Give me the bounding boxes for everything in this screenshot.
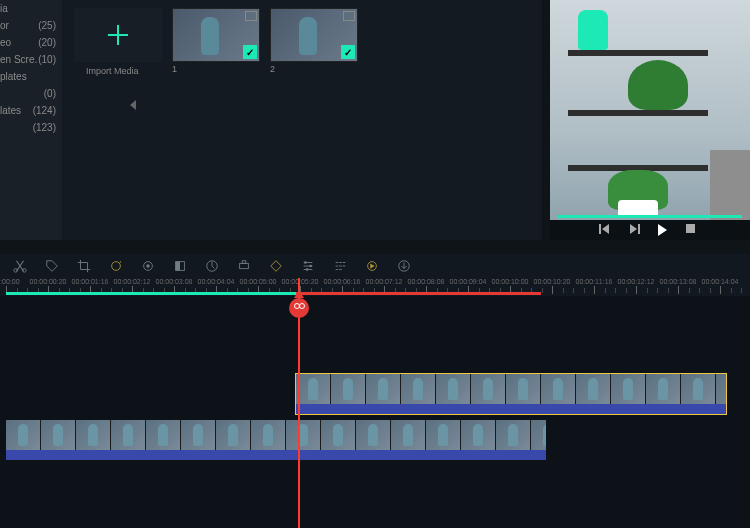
clip-frame (251, 420, 286, 450)
media-thumbnail[interactable]: ✓ (172, 8, 260, 62)
thumbnail-label: 2 (270, 64, 358, 74)
prev-frame-button[interactable] (602, 224, 614, 236)
clip-frame (321, 420, 356, 450)
media-thumbnail[interactable]: ✓ (270, 8, 358, 62)
clip-frame (506, 374, 541, 404)
video-track-1[interactable]: ▶ 1 (0, 420, 750, 464)
rotate-icon[interactable] (108, 258, 124, 274)
svg-point-10 (304, 261, 307, 264)
ruler-label: 00:00:00 (0, 278, 20, 285)
timeline-toolbar (0, 254, 750, 278)
svg-point-11 (309, 265, 312, 268)
sidebar-item[interactable]: (123) (0, 119, 62, 136)
clip-frame (436, 374, 471, 404)
stop-button[interactable] (686, 224, 698, 236)
ruler-label: 00:00:09:04 (450, 278, 487, 285)
media-panel: Import Media ✓ 1 ✓ 2 (62, 0, 542, 240)
sidebar-item[interactable]: eo(20) (0, 34, 62, 51)
timeline-clip[interactable]: ▶ 2 (296, 374, 726, 414)
play-button[interactable] (658, 224, 670, 236)
svg-rect-8 (240, 263, 249, 268)
in-range-marker[interactable] (6, 292, 296, 295)
ruler-label: 00:00:06:16 (324, 278, 361, 285)
thumbnail-label: 1 (172, 64, 260, 74)
clip-frame (716, 374, 726, 404)
clip-frame (356, 420, 391, 450)
sidebar-item[interactable]: ia (0, 0, 62, 17)
clip-frame (296, 374, 331, 404)
clip-frame (471, 374, 506, 404)
sidebar-item[interactable]: (0) (0, 85, 62, 102)
clip-frame (541, 374, 576, 404)
ruler-label: 00:00:07:12 (366, 278, 403, 285)
preview-panel (550, 0, 750, 240)
ruler-label: 00:00:02:12 (114, 278, 151, 285)
clip-frame (611, 374, 646, 404)
sidebar-item[interactable]: or(25) (0, 17, 62, 34)
sidebar-item[interactable]: lates(124) (0, 102, 62, 119)
export-icon[interactable] (396, 258, 412, 274)
marker-icon[interactable] (268, 258, 284, 274)
render-icon[interactable] (364, 258, 380, 274)
sidebar-item[interactable]: plates (0, 68, 62, 85)
check-icon: ✓ (243, 45, 257, 59)
import-media-button[interactable] (74, 8, 162, 62)
color-icon[interactable] (172, 258, 188, 274)
playback-controls (550, 220, 750, 240)
clip-frame (681, 374, 716, 404)
ruler-label: 00:00:11:16 (576, 278, 613, 285)
clip-frame (146, 420, 181, 450)
ruler-label: 00:00:08:08 (408, 278, 445, 285)
chroma-icon[interactable] (332, 258, 348, 274)
collapse-chevron-icon[interactable] (130, 100, 138, 112)
timeline-area[interactable]: ▶ 2 ▶ 1 (0, 296, 750, 528)
ruler-label: 00:00:12:12 (618, 278, 655, 285)
clip-frame (401, 374, 436, 404)
clip-frame (6, 420, 41, 450)
ruler-label: 00:00:01:16 (72, 278, 109, 285)
plus-icon (108, 25, 128, 45)
ruler-label: 00:00:14:04 (702, 278, 739, 285)
ruler-label: 00:00:13:08 (660, 278, 697, 285)
playhead[interactable] (298, 278, 300, 528)
speed-icon[interactable] (204, 258, 220, 274)
ruler-label: 00:00:04:04 (198, 278, 235, 285)
svg-rect-9 (242, 261, 246, 264)
svg-rect-6 (176, 262, 180, 271)
tag-icon[interactable] (44, 258, 60, 274)
sidebar-item[interactable]: en Scre...(10) (0, 51, 62, 68)
stabilize-icon[interactable] (140, 258, 156, 274)
clip-frame (576, 374, 611, 404)
timeline-clip[interactable]: ▶ 1 (6, 420, 546, 460)
next-frame-button[interactable] (630, 224, 642, 236)
svg-point-4 (146, 264, 150, 268)
adjust-icon[interactable] (300, 258, 316, 274)
keyframe-icon[interactable] (236, 258, 252, 274)
out-range-marker[interactable] (296, 292, 541, 295)
ruler-label: 00:00:05:00 (240, 278, 277, 285)
preview-progress[interactable] (558, 215, 742, 218)
ruler-label: 00:00:10:20 (534, 278, 571, 285)
cut-icon[interactable] (12, 258, 28, 274)
clip-frame (461, 420, 496, 450)
check-icon: ✓ (341, 45, 355, 59)
video-track-2[interactable]: ▶ 2 (0, 374, 750, 418)
svg-point-12 (306, 268, 309, 271)
clip-frame (496, 420, 531, 450)
preview-screen[interactable] (550, 0, 750, 220)
timeline-ruler[interactable]: 00:00:0000:00:00:2000:00:01:1600:00:02:1… (0, 278, 750, 296)
clip-frame (391, 420, 426, 450)
crop-icon[interactable] (76, 258, 92, 274)
category-sidebar: ia or(25) eo(20) en Scre...(10) plates (… (0, 0, 62, 240)
clip-frame (426, 420, 461, 450)
clip-frame (286, 420, 321, 450)
clip-frame (216, 420, 251, 450)
ruler-label: 00:00:05:20 (282, 278, 319, 285)
clip-frame (366, 374, 401, 404)
ruler-label: 00:00:00:20 (30, 278, 67, 285)
clip-frame (646, 374, 681, 404)
clip-frame (331, 374, 366, 404)
clip-frame (76, 420, 111, 450)
playhead-handle-icon[interactable] (289, 298, 309, 318)
clip-frame (41, 420, 76, 450)
